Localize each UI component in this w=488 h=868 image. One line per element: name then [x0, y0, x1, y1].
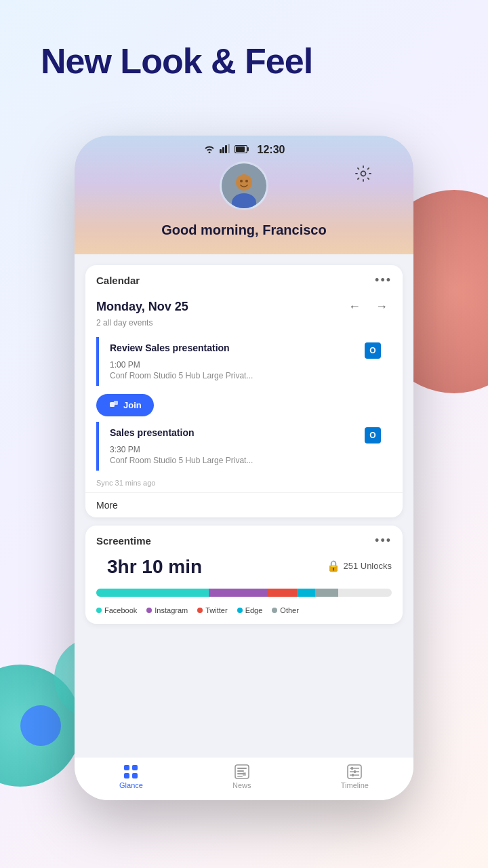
legend-dot-instagram [146, 608, 152, 613]
bg-blob-blue [20, 705, 61, 746]
legend-facebook: Facebook [96, 606, 137, 614]
signal-icon [220, 144, 230, 156]
timeline-icon [347, 764, 362, 779]
screentime-progress-bar [96, 589, 392, 597]
pb-other [315, 589, 339, 597]
calendar-card: Calendar ••• Monday, Nov 25 ← → 2 all da… [85, 265, 403, 517]
event-2-title: Sales presentation [110, 427, 359, 438]
calendar-more-link[interactable]: More [85, 492, 403, 517]
svg-rect-12 [110, 402, 115, 407]
join-button[interactable]: Join [96, 394, 154, 416]
svg-rect-23 [243, 772, 246, 776]
calendar-subtitle: 2 all day events [85, 318, 403, 334]
event-item-1: Review Sales presentation O 1:00 PM Conf… [96, 337, 392, 386]
screentime-total: 3hr 10 min [96, 553, 213, 578]
event-1-location: Conf Room Studio 5 Hub Large Privat... [110, 371, 381, 380]
pb-instagram [209, 589, 268, 597]
pb-edge [297, 589, 314, 597]
legend-edge: Edge [237, 606, 263, 614]
svg-rect-16 [124, 773, 129, 778]
pb-twitter [268, 589, 298, 597]
svg-rect-0 [220, 149, 222, 153]
legend-label-facebook: Facebook [104, 606, 137, 614]
svg-rect-17 [132, 773, 138, 778]
event-2-time: 3:30 PM [110, 445, 381, 454]
screentime-legend: Facebook Instagram Twitter Edge [85, 604, 403, 624]
legend-dot-edge [237, 608, 243, 613]
legend-label-twitter: Twitter [205, 606, 227, 614]
phone-frame: 12:30 [75, 136, 413, 800]
greeting-text: Good morning, Francisco [161, 222, 326, 238]
screentime-card: Screentime ••• 3hr 10 min 🔒 251 Unlocks [85, 526, 403, 624]
svg-rect-19 [237, 768, 247, 769]
status-time: 12:30 [258, 144, 285, 156]
outlook-icon-2: O [365, 427, 381, 443]
screentime-unlocks: 🔒 251 Unlocks [327, 559, 392, 572]
legend-label-instagram: Instagram [155, 606, 188, 614]
screentime-more-button[interactable]: ••• [375, 534, 392, 548]
svg-point-8 [236, 174, 252, 191]
event-item-2: Sales presentation O 3:30 PM Conf Room S… [96, 422, 392, 471]
svg-rect-28 [351, 767, 353, 770]
legend-other: Other [272, 606, 299, 614]
nav-item-timeline[interactable]: Timeline [341, 764, 369, 789]
teams-icon [108, 399, 119, 412]
nav-label-news: News [232, 781, 251, 789]
event-2-location: Conf Room Studio 5 Hub Large Privat... [110, 456, 381, 465]
battery-icon [235, 144, 249, 156]
svg-rect-1 [222, 147, 224, 153]
join-label: Join [123, 400, 142, 410]
calendar-next-button[interactable]: → [371, 298, 392, 315]
calendar-prev-button[interactable]: ← [344, 298, 365, 315]
calendar-more-button[interactable]: ••• [375, 273, 392, 288]
calendar-date: Monday, Nov 25 [96, 300, 188, 314]
legend-dot-twitter [197, 608, 203, 613]
nav-label-timeline: Timeline [341, 781, 369, 789]
calendar-section-title: Calendar [96, 275, 140, 286]
svg-rect-29 [354, 770, 356, 773]
legend-twitter: Twitter [197, 606, 227, 614]
unlocks-count: 251 Unlocks [343, 561, 392, 571]
glance-icon [123, 764, 138, 779]
outlook-icon-1: O [365, 342, 381, 359]
pb-facebook [96, 589, 209, 597]
svg-rect-22 [237, 776, 243, 777]
svg-rect-3 [228, 144, 230, 153]
svg-rect-13 [114, 401, 118, 405]
sync-text: Sync 31 mins ago [85, 473, 403, 492]
avatar [220, 161, 268, 210]
svg-rect-14 [124, 765, 129, 770]
gear-icon [354, 165, 372, 182]
news-icon [235, 764, 249, 779]
status-bar: 12:30 [184, 136, 304, 159]
legend-label-other: Other [280, 606, 299, 614]
event-1-time: 1:00 PM [110, 360, 381, 370]
legend-dot-facebook [96, 608, 102, 613]
legend-label-edge: Edge [245, 606, 263, 614]
svg-rect-2 [225, 145, 227, 153]
svg-rect-30 [352, 774, 354, 776]
nav-item-glance[interactable]: Glance [119, 764, 143, 789]
nav-label-glance: Glance [119, 781, 143, 789]
legend-instagram: Instagram [146, 606, 188, 614]
phone-mockup: 12:30 [75, 136, 413, 800]
svg-point-10 [240, 180, 243, 182]
svg-rect-20 [237, 770, 244, 772]
settings-button[interactable] [351, 161, 375, 186]
svg-rect-15 [132, 765, 138, 770]
nav-item-news[interactable]: News [232, 764, 251, 789]
screentime-section-title: Screentime [96, 535, 151, 547]
phone-body: Calendar ••• Monday, Nov 25 ← → 2 all da… [75, 254, 413, 757]
legend-dot-other [272, 608, 277, 613]
wifi-icon [203, 144, 216, 156]
calendar-navigation: ← → [344, 298, 392, 315]
fingerprint-icon: 🔒 [327, 559, 340, 572]
event-1-title: Review Sales presentation [110, 342, 359, 353]
svg-point-11 [245, 180, 248, 182]
page-title: New Look & Feel [41, 41, 312, 81]
svg-point-6 [361, 172, 366, 176]
bottom-nav: Glance News [75, 757, 413, 800]
svg-rect-5 [236, 146, 245, 152]
